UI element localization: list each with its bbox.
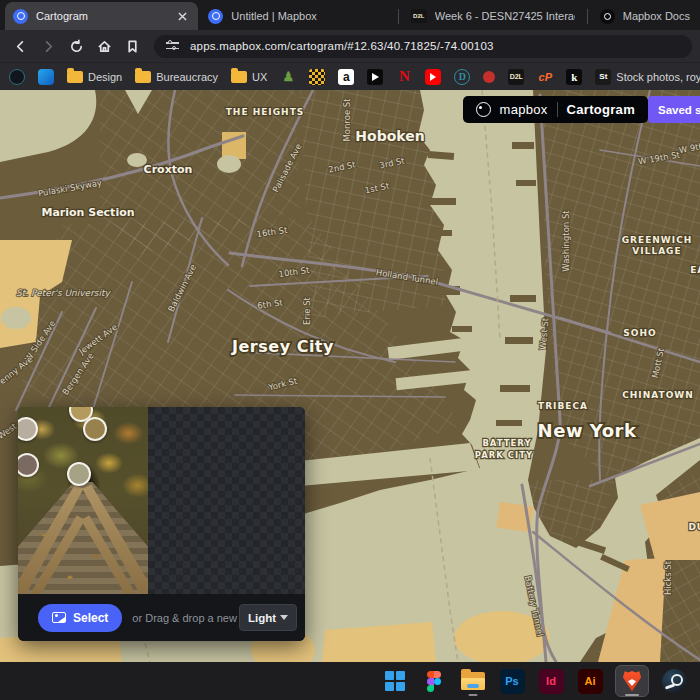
bookmark-label: Bureaucracy: [156, 71, 218, 83]
home-button[interactable]: [92, 34, 116, 58]
bookmark-outlook[interactable]: [38, 69, 54, 85]
amazon-icon: a: [338, 69, 354, 85]
taxi-checker-icon: [309, 69, 325, 85]
bookmark-reddot[interactable]: [483, 71, 495, 83]
select-image-button[interactable]: Select: [38, 604, 122, 632]
outlook-icon: [38, 69, 54, 85]
taskbar-indesign[interactable]: Id: [537, 666, 565, 696]
taskbar-figma[interactable]: [420, 666, 448, 696]
windows-logo-icon: [385, 671, 405, 691]
browser-tab-strip: Cartogram Untitled | Mapbox D2L Week 6 -…: [0, 0, 700, 30]
k-icon: k: [566, 69, 582, 85]
file-explorer-icon: [461, 672, 485, 690]
bookmark-taxi[interactable]: [309, 69, 325, 85]
map-label: VILLAGE: [632, 246, 681, 256]
bookmark-stock-photos[interactable]: St Stock photos, royalt...: [595, 69, 700, 85]
tab-title: Week 6 - DESN27425 Interaction Des: [435, 10, 575, 22]
netflix-icon: N: [396, 69, 412, 85]
bookmark-d2l[interactable]: D2L: [508, 69, 524, 85]
bookmark-label: UX: [252, 71, 267, 83]
reload-button[interactable]: [64, 34, 88, 58]
play-icon: [367, 69, 383, 85]
taskbar-photoshop[interactable]: Ps: [498, 666, 526, 696]
mapbox-docs-favicon-icon: [600, 9, 615, 24]
bookmark-kickstarter[interactable]: k: [566, 69, 582, 85]
bookmark-amazon[interactable]: a: [338, 69, 354, 85]
illustrator-icon: Ai: [578, 669, 603, 694]
site-settings-icon[interactable]: [166, 40, 180, 52]
steam-icon: [662, 669, 687, 694]
mapbox-brand: mapbox: [500, 102, 548, 117]
cp-icon: cP: [537, 69, 553, 85]
map-label: TRIBECA: [538, 401, 588, 411]
folder-icon: [231, 71, 247, 83]
mapbox-dark-icon: [9, 69, 25, 85]
map-label: New York: [538, 420, 637, 441]
map-label: SOHO: [623, 328, 656, 338]
mapbox-cartogram-badge: mapbox Cartogram: [463, 96, 649, 123]
bookmark-googleplay[interactable]: [367, 69, 383, 85]
style-dropdown[interactable]: Light: [239, 604, 297, 631]
browser-toolbar: apps.mapbox.com/cartogram/#12.63/40.7182…: [0, 30, 700, 62]
taskbar-steam[interactable]: [660, 666, 688, 696]
tab-week6[interactable]: D2L Week 6 - DESN27425 Interaction Des: [401, 2, 585, 30]
d2l-favicon-icon: D2L: [411, 9, 427, 23]
folder-icon: [67, 71, 83, 83]
image-icon: [52, 612, 66, 623]
map-label: GREENWICH: [622, 235, 693, 245]
map-viewport[interactable]: THE HEIGHTS Hoboken Croxton Marion Secti…: [0, 90, 700, 662]
bookmark-label: Stock photos, royalt...: [616, 71, 700, 83]
saved-styles-button[interactable]: Saved sty: [648, 96, 700, 123]
bookmark-chess[interactable]: ♟: [280, 69, 296, 85]
map-label: PARK CITY: [475, 450, 533, 460]
bookmark-disneyplus[interactable]: D: [454, 69, 470, 85]
d2l-icon: D2L: [508, 69, 524, 85]
bookmark-folder-design[interactable]: Design: [67, 71, 122, 83]
tab-title: Mapbox Docs: [623, 10, 690, 22]
running-indicator: [469, 694, 478, 697]
start-button[interactable]: [381, 666, 409, 696]
youtube-icon: [425, 69, 441, 85]
transparency-checker-area[interactable]: [148, 407, 305, 594]
mapbox-favicon-icon: [208, 9, 223, 24]
disney-plus-icon: D: [454, 69, 470, 85]
color-swatch-handle[interactable]: [67, 462, 91, 486]
map-label: Croxton: [144, 163, 193, 176]
screen: Cartogram Untitled | Mapbox D2L Week 6 -…: [0, 0, 700, 700]
chess-pawn-icon: ♟: [280, 69, 296, 85]
tab-title: Cartogram: [36, 10, 174, 22]
tab-close-icon[interactable]: [174, 8, 190, 24]
photoshop-icon: Ps: [500, 669, 525, 694]
bookmark-icon-button[interactable]: [120, 34, 144, 58]
bookmark-youtube[interactable]: [425, 69, 441, 85]
tab-untitled-mapbox[interactable]: Untitled | Mapbox: [198, 2, 395, 30]
taskbar-illustrator[interactable]: Ai: [576, 666, 604, 696]
forward-button[interactable]: [36, 34, 60, 58]
select-label: Select: [73, 611, 108, 625]
source-image[interactable]: [18, 407, 148, 594]
map-label: Erie St: [302, 296, 312, 325]
map-label: CHINATOWN: [622, 390, 694, 400]
bookmark-netflix[interactable]: N: [396, 69, 412, 85]
back-button[interactable]: [8, 34, 32, 58]
tab-mapbox-docs[interactable]: Mapbox Docs: [590, 2, 700, 30]
map-label: Hoboken: [355, 128, 424, 144]
folder-icon: [135, 71, 151, 83]
bookmark-folder-bureaucracy[interactable]: Bureaucracy: [135, 71, 218, 83]
bookmark-folder-ux[interactable]: UX: [231, 71, 267, 83]
tab-cartogram[interactable]: Cartogram: [5, 2, 198, 30]
bookmark-cp[interactable]: cP: [537, 69, 553, 85]
map-label: BATTERY: [482, 438, 531, 448]
map-label: Washington St: [561, 210, 571, 272]
bookmark-label: Design: [88, 71, 122, 83]
indesign-icon: Id: [539, 669, 564, 694]
taskbar-brave-active[interactable]: [615, 665, 649, 697]
url-text[interactable]: apps.mapbox.com/cartogram/#12.63/40.7182…: [190, 40, 494, 52]
map-label: Hicks St: [663, 560, 673, 595]
bookmark-mapbox[interactable]: [9, 69, 25, 85]
brave-icon: [623, 671, 642, 692]
taskbar-file-explorer[interactable]: [459, 666, 487, 696]
map-label: St. Peter's University: [16, 288, 111, 298]
color-swatch-handle[interactable]: [83, 417, 107, 441]
url-bar[interactable]: apps.mapbox.com/cartogram/#12.63/40.7182…: [154, 35, 692, 58]
